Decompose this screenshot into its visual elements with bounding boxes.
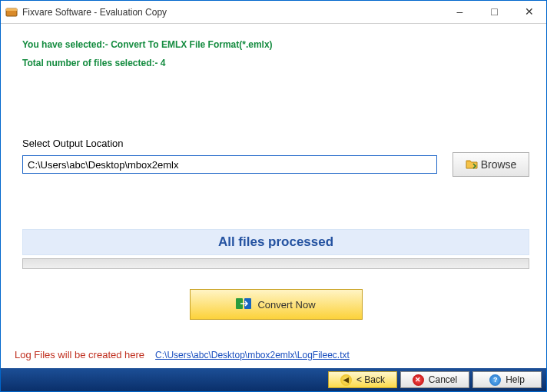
output-row: Browse — [22, 152, 529, 177]
browse-button-label: Browse — [481, 158, 517, 171]
app-icon — [5, 6, 18, 18]
folder-icon — [466, 158, 478, 171]
status-block: All files processed — [22, 229, 529, 269]
convert-button-label: Convert Now — [257, 299, 315, 311]
progress-bar — [22, 258, 529, 269]
help-button-label: Help — [506, 374, 525, 385]
status-message: All files processed — [22, 229, 529, 255]
content-area: You have selected:- Convert To EMLX File… — [1, 24, 546, 368]
maximize-button[interactable]: □ — [477, 1, 512, 22]
convert-icon — [236, 297, 251, 313]
window-controls: – □ ✕ — [443, 1, 546, 23]
browse-button[interactable]: Browse — [453, 152, 529, 177]
output-path-input[interactable] — [22, 155, 437, 174]
back-button[interactable]: ◀ < Back — [328, 371, 397, 388]
convert-row: Convert Now — [22, 289, 529, 320]
back-button-label: < Back — [356, 374, 385, 385]
help-button[interactable]: ? Help — [472, 371, 542, 388]
cancel-icon: ✕ — [413, 374, 424, 386]
cancel-button-label: Cancel — [429, 374, 457, 385]
svg-rect-1 — [6, 8, 17, 11]
titlebar: Fixvare Software - Evaluation Copy – □ ✕ — [1, 1, 546, 24]
minimize-button[interactable]: – — [443, 1, 477, 22]
convert-now-button[interactable]: Convert Now — [190, 289, 363, 320]
window-title: Fixvare Software - Evaluation Copy — [22, 7, 443, 18]
bottom-nav-bar: ◀ < Back ✕ Cancel ? Help — [1, 368, 546, 391]
output-location-label: Select Output Location — [22, 138, 529, 149]
total-files-label: Total number of files selected:- 4 — [22, 58, 529, 68]
log-label: Log Files will be created here — [15, 349, 144, 360]
selected-format-label: You have selected:- Convert To EMLX File… — [22, 39, 529, 50]
log-file-link[interactable]: C:\Users\abc\Desktop\mbox2emlx\LogFileec… — [155, 350, 350, 360]
help-icon: ? — [489, 374, 501, 386]
application-window: Fixvare Software - Evaluation Copy – □ ✕… — [0, 0, 547, 392]
log-row: Log Files will be created here C:\Users\… — [15, 349, 350, 360]
close-button[interactable]: ✕ — [512, 1, 546, 22]
cancel-button[interactable]: ✕ Cancel — [400, 371, 469, 388]
back-arrow-icon: ◀ — [340, 374, 352, 386]
